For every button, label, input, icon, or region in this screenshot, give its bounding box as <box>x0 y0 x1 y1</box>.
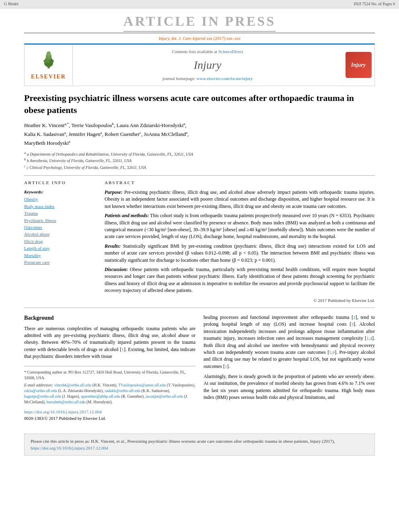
discussion-text: Obese patients with orthopaedic trauma, … <box>105 267 375 293</box>
purpose-label: Purpose: <box>105 189 123 195</box>
journal-header: ELSEVIER Contents lists available at Sci… <box>24 43 375 86</box>
body-left-text: There are numerous complexities of manag… <box>24 325 195 360</box>
injury-logo-section: Injury <box>342 50 374 80</box>
elsevier-logo-section: ELSEVIER <box>25 45 73 85</box>
keyword-alcohol[interactable]: Alcohol abuse <box>24 231 97 237</box>
citation-bar: Please cite this article in press as: H.… <box>24 433 375 456</box>
keyword-illicit-drug[interactable]: Illicit drug <box>24 238 97 244</box>
authors: Heather K. Vincenta,*, Terrie Vasilopoul… <box>24 121 375 147</box>
elsevier-logo: ELSEVIER <box>31 49 66 81</box>
email-zdziarski[interactable]: zdzia@ortho.ufl.edu <box>24 388 57 393</box>
divider-1 <box>24 175 375 176</box>
top-bar: G Model INJJ 7524 No. of Pages 6 <box>0 0 399 8</box>
journal-homepage-link[interactable]: www.elsevier.com/locate/injury <box>197 76 253 81</box>
elsevier-tree-icon <box>37 49 61 70</box>
g-model-label: G Model <box>4 1 19 7</box>
model-number: INJJ 7524 No. of Pages 6 <box>354 1 395 7</box>
email-horodyski[interactable]: horodmb@ortho.ufl.edu <box>47 400 86 404</box>
keyword-postacute[interactable]: Postacute care <box>24 259 97 265</box>
journal-citation-line: Injury, Int. J. Care Injured xxx (2017) … <box>0 33 399 43</box>
keyword-trauma[interactable]: Trauma <box>24 210 97 216</box>
license-text: 0020-1383/© 2017 Published by Elsevier L… <box>24 416 106 421</box>
email-guenther[interactable]: rguenther@phhp.ufl.edu <box>81 394 120 398</box>
copyright-line: © 2017 Published by Elsevier Ltd. <box>105 298 375 304</box>
elsevier-text: ELSEVIER <box>31 73 66 81</box>
author-heather: Heather K. Vincenta,*, Terrie Vasilopoul… <box>24 122 187 128</box>
abstract-patients: Patients and methods: This cohort study … <box>105 212 375 240</box>
journal-center: Contents lists available at ScienceDirec… <box>73 45 342 86</box>
author-marybeth: MaryBeth Horodyskia <box>24 140 70 146</box>
citation-doi-link[interactable]: https://doi.org/10.1016/j.injury.2017.12… <box>31 446 108 450</box>
article-in-press-banner: ARTICLE IN PRESS <box>123 10 276 32</box>
purpose-text: Pre-existing psychiatric illness, illici… <box>105 189 375 209</box>
journal-title: Injury <box>77 57 338 73</box>
patients-label: Patients and methods: <box>105 213 149 218</box>
cite-2[interactable]: 2 <box>353 315 356 320</box>
abstract-results: Results: Statistically significant BMI b… <box>105 243 375 264</box>
main-content: Preexisting psychiatric illness worsens … <box>24 86 375 427</box>
affiliation-a: a a Departments of Orthopaedics and Reha… <box>24 152 193 156</box>
body-right: healing processes and functional improve… <box>204 314 375 421</box>
svg-point-5 <box>43 60 48 63</box>
injury-logo-text: Injury <box>351 61 366 69</box>
body-left: Background There are numerous complexiti… <box>24 314 195 421</box>
affiliation-b: b b Anesthesia, University of Florida, G… <box>24 158 132 163</box>
contents-line: Contents lists available at ScienceDirec… <box>77 49 338 55</box>
abstract-purpose: Purpose: Pre-existing psychiatric illnes… <box>105 189 375 210</box>
body-right-text-2: Alarmingly, there is steady growth in th… <box>204 373 375 401</box>
cite-3[interactable]: 3 <box>352 322 354 327</box>
footnote-emails: E-mail addresses: vincehk@ortho.ufl.edu … <box>24 382 195 405</box>
svg-point-4 <box>46 51 51 57</box>
keyword-outcomes[interactable]: Outcomes <box>24 224 97 230</box>
keyword-los[interactable]: Length of stay <box>24 245 97 251</box>
abstract-column: ABSTRACT Purpose: Pre-existing psychiatr… <box>105 180 375 304</box>
abstract-text: Purpose: Pre-existing psychiatric illnes… <box>105 189 375 294</box>
email-mcclelland[interactable]: iaconjm@ortho.ufl.edu <box>146 394 183 398</box>
article-info-abstract-section: ARTICLE INFO Keywords: Obesity Body mass… <box>24 180 375 304</box>
keywords-label: Keywords: <box>24 189 97 195</box>
doi-link[interactable]: https://doi.org/10.1016/j.injury.2017.12… <box>24 409 102 414</box>
injury-logo: Injury <box>346 52 372 78</box>
results-text: Statistically significant BMI by pre-exi… <box>105 243 375 263</box>
cite-1b[interactable]: 1 <box>225 364 227 369</box>
sciencedirect-link[interactable]: ScienceDirect <box>218 49 243 54</box>
abstract-discussion: Discussion: Obese patients with orthopae… <box>105 266 375 294</box>
keyword-bmi[interactable]: Body mass index <box>24 203 97 210</box>
cite-1[interactable]: 1 <box>121 347 124 352</box>
body-right-text-1: healing processes and functional improve… <box>204 314 375 370</box>
results-label: Results: <box>105 243 121 249</box>
article-info-column: ARTICLE INFO Keywords: Obesity Body mass… <box>24 180 97 304</box>
svg-point-6 <box>49 60 53 63</box>
affiliation-c: c c Clinical Psychology, University of F… <box>24 165 146 170</box>
homepage-label: journal homepage: <box>162 76 195 81</box>
keyword-obesity[interactable]: Obesity <box>24 196 97 202</box>
footnote-section: * Corresponding author at: PO Box 112727… <box>24 366 195 405</box>
email-vasilopoulos[interactable]: TVasilopoulos@anest.ufl.edu <box>118 383 166 387</box>
body-section: Background There are numerous complexiti… <box>24 314 375 421</box>
author-kalia: Kalia K. Sadasivana, Jennifer Hagena, Ro… <box>24 131 189 137</box>
cite-1-4[interactable]: 1,4 <box>366 336 372 341</box>
contents-text: Contents lists available at <box>172 49 217 54</box>
keyword-psychiatric[interactable]: Psychiatric illness <box>24 218 97 224</box>
affiliations: a a Departments of Orthopaedics and Reha… <box>24 151 375 170</box>
article-info-title: ARTICLE INFO <box>24 180 97 186</box>
keyword-mortality[interactable]: Mortality <box>24 253 97 259</box>
doi-section: https://doi.org/10.1016/j.injury.2017.12… <box>24 409 195 421</box>
article-title: Preexisting psychiatric illness worsens … <box>24 92 375 116</box>
email-vincent[interactable]: vincehk@ortho.ufl.edu <box>54 383 92 387</box>
email-sadasivan[interactable]: sadakk@ortho.ufl.edu <box>105 388 140 393</box>
journal-homepage-line: journal homepage: www.elsevier.com/locat… <box>77 76 338 82</box>
background-heading: Background <box>24 314 195 322</box>
journal-citation-text: Injury, Int. J. Care Injured xxx (2017) … <box>158 36 240 41</box>
footnote-corresponding: * Corresponding author at: PO Box 112727… <box>24 370 195 381</box>
discussion-label: Discussion: <box>105 267 128 272</box>
divider-2 <box>24 308 375 308</box>
abstract-title: ABSTRACT <box>105 180 375 186</box>
cite-5-6[interactable]: 5,6 <box>329 350 335 355</box>
email-hagen[interactable]: hagenje@ortho.ufl.edu <box>24 394 61 398</box>
citation-text: Please cite this article in press as: H.… <box>31 439 335 444</box>
